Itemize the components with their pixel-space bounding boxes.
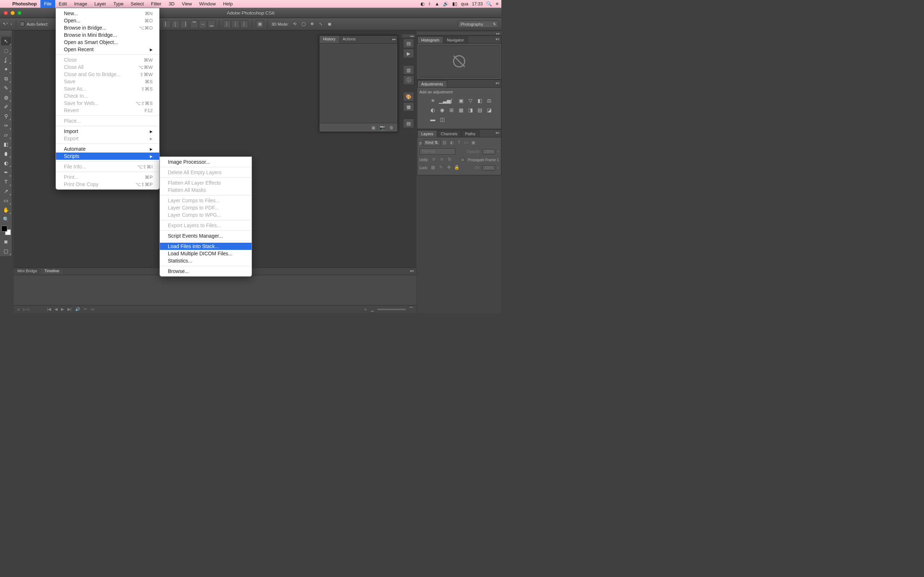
threshold-icon[interactable]: ◪	[486, 107, 492, 114]
screen-mode-toggle[interactable]: ▢	[1, 247, 11, 255]
levels-icon[interactable]: ▁▃▅	[439, 98, 446, 104]
lock-position-icon[interactable]: ✥	[446, 165, 452, 171]
unify-style-icon[interactable]: fx	[447, 157, 452, 163]
crop-tool[interactable]: ⧉	[1, 74, 11, 83]
battery-icon[interactable]: ▮▯	[452, 1, 457, 6]
align-center-h-icon[interactable]: │	[171, 20, 179, 28]
scripts-menu-image-processor[interactable]: Image Processor...	[160, 158, 252, 166]
hue-sat-icon[interactable]: ◧	[477, 98, 483, 104]
slide-3d-icon[interactable]: ⤡	[317, 20, 325, 28]
tab-actions[interactable]: Actions	[339, 36, 359, 43]
panel-menu-icon[interactable]: ▾≡	[410, 269, 414, 273]
auto-align-icon[interactable]: ▦	[256, 20, 264, 28]
distribute-h-icon[interactable]: ┆	[223, 20, 231, 28]
pan-3d-icon[interactable]: ✥	[308, 20, 316, 28]
opacity-field[interactable]: 100%	[482, 149, 495, 154]
filter-pixel-icon[interactable]: ▧	[442, 140, 447, 146]
align-right-icon[interactable]: ▕	[180, 20, 188, 28]
healing-brush-tool[interactable]: ◍	[1, 93, 11, 102]
propagate-checkbox[interactable]	[460, 158, 465, 162]
exposure-icon[interactable]: ▣	[458, 98, 464, 104]
window-zoom-button[interactable]	[17, 11, 22, 15]
filter-shape-icon[interactable]: ▭	[464, 140, 469, 146]
orbit-3d-icon[interactable]: ⟲	[291, 20, 299, 28]
spotlight-icon[interactable]: 🔍	[486, 1, 492, 6]
blend-mode-select[interactable]: Normal	[419, 148, 456, 155]
scale-3d-icon[interactable]: ▣	[326, 20, 333, 28]
transition-button[interactable]: ▭	[90, 307, 94, 311]
workspace-switcher[interactable]: Photography ⇅	[458, 21, 498, 28]
scripts-menu-load-files-into-stack[interactable]: Load Files into Stack...	[160, 243, 252, 250]
tab-history[interactable]: History	[320, 36, 339, 43]
file-menu-open-as-smart-object[interactable]: Open as Smart Object...	[56, 39, 159, 46]
dock-collapse-handle[interactable]: ▸▸	[417, 32, 501, 35]
toolbox-grip[interactable]	[0, 32, 12, 36]
gradient-tool[interactable]: ◧	[1, 140, 11, 148]
file-menu-scripts[interactable]: Scripts▶	[56, 153, 159, 160]
menu-edit[interactable]: Edit	[55, 0, 70, 8]
new-snapshot-icon[interactable]: 📷	[380, 125, 385, 130]
foreground-color[interactable]	[2, 226, 7, 232]
collapse-handle[interactable]: ◂◂	[402, 34, 415, 38]
align-center-v-icon[interactable]: ─	[199, 20, 207, 28]
lock-all-icon[interactable]: 🔒	[454, 165, 460, 171]
zoom-out-icon[interactable]: ▁	[371, 307, 373, 311]
scripts-menu-load-multiple-dicom-files[interactable]: Load Multiple DICOM Files...	[160, 250, 252, 257]
libraries-panel-icon[interactable]: ▤	[403, 119, 414, 128]
move-tool-icon[interactable]: ↖⁺	[3, 22, 8, 26]
volume-icon[interactable]: 🔊	[443, 1, 449, 6]
wifi-icon[interactable]: ▲	[435, 1, 439, 6]
tab-mini-bridge[interactable]: Mini Bridge	[14, 268, 41, 275]
history-brush-tool[interactable]: ✑	[1, 121, 11, 130]
hand-tool[interactable]: ✋	[1, 206, 11, 214]
quick-mask-toggle[interactable]: ◙	[1, 237, 11, 246]
window-close-button[interactable]	[3, 11, 8, 15]
color-panel-icon[interactable]: 🎨	[403, 92, 414, 102]
clock-day[interactable]: qua	[461, 2, 468, 6]
roll-3d-icon[interactable]: ◯	[300, 20, 307, 28]
menu-layer[interactable]: Layer	[90, 0, 110, 8]
unify-visibility-icon[interactable]: ⤲	[439, 157, 445, 163]
first-frame-button[interactable]: |◀	[47, 307, 51, 311]
scripts-menu-browse[interactable]: Browse...	[160, 268, 252, 275]
file-menu-browse-in-mini-bridge[interactable]: Browse in Mini Bridge...	[56, 31, 159, 39]
shape-tool[interactable]: ▭	[1, 196, 11, 205]
lasso-tool[interactable]: ʆ	[1, 56, 11, 64]
file-menu-open[interactable]: Open...⌘O	[56, 17, 159, 24]
marquee-tool[interactable]: ◌	[1, 46, 11, 55]
play-button[interactable]: ▶	[61, 307, 64, 311]
move-tool[interactable]: ↖	[1, 37, 11, 45]
bw-icon[interactable]: ◐	[430, 107, 436, 114]
distribute-v-icon[interactable]: ┆	[241, 20, 248, 28]
panel-menu-icon[interactable]: ▾≡	[496, 131, 499, 135]
fill-field[interactable]: 100%	[482, 165, 495, 171]
align-bottom-icon[interactable]: ▁	[208, 20, 215, 28]
align-left-icon[interactable]: ▏	[163, 20, 171, 28]
file-menu-open-recent[interactable]: Open Recent▶	[56, 46, 159, 53]
unify-position-icon[interactable]: ⤱	[431, 157, 437, 163]
scripts-menu-statistics[interactable]: Statistics...	[160, 257, 252, 264]
panel-menu-icon[interactable]: ▾≡	[496, 81, 499, 85]
brush-tool[interactable]: ✐	[1, 102, 11, 111]
menu-filter[interactable]: Filter	[147, 0, 165, 8]
clock-time[interactable]: 17:33	[472, 2, 483, 6]
audio-button[interactable]: 🔊	[75, 307, 80, 311]
next-frame-button[interactable]: ▶|	[68, 307, 71, 311]
chevron-down-icon[interactable]: ▾	[498, 150, 499, 153]
bluetooth-icon[interactable]: ᚼ	[428, 1, 431, 6]
eraser-tool[interactable]: ▱	[1, 131, 11, 139]
scripts-menu-script-events-manager[interactable]: Script Events Manager...	[160, 232, 252, 239]
timeline-zoom-slider[interactable]	[377, 309, 406, 310]
gradient-map-icon[interactable]: ▬	[430, 116, 436, 123]
info-panel-icon[interactable]: ⓘ	[403, 76, 414, 85]
file-menu-import[interactable]: Import▶	[56, 128, 159, 135]
split-button[interactable]: ✂	[84, 307, 87, 311]
menu-type[interactable]: Type	[110, 0, 127, 8]
layer-filter-kind[interactable]: Kind ⇅	[423, 140, 440, 146]
pen-tool[interactable]: ✒	[1, 168, 11, 177]
zoom-in-icon[interactable]: ▔	[410, 307, 412, 311]
zoom-tool[interactable]: 🔍	[1, 215, 11, 224]
file-menu-new[interactable]: New...⌘N	[56, 10, 159, 17]
channel-mixer-icon[interactable]: ⊞	[448, 107, 455, 114]
history-list[interactable]	[320, 44, 397, 123]
